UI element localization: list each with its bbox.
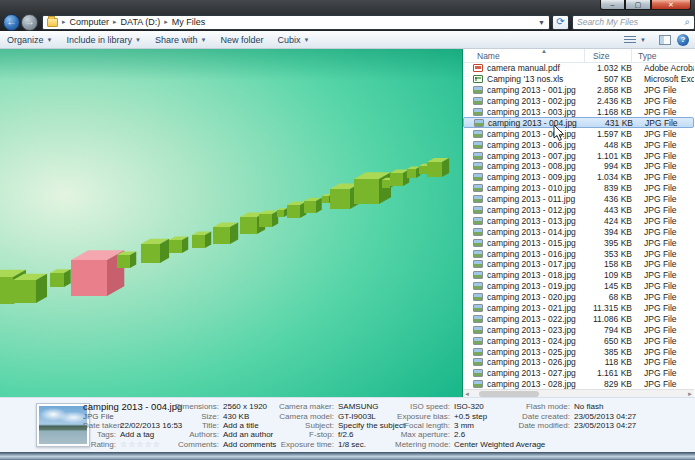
jpg-file-icon <box>473 239 483 247</box>
file-cube[interactable] <box>390 169 409 186</box>
jpg-file-icon <box>473 369 483 377</box>
table-row[interactable]: camping 2013 - 011.jpg436 KBJPG File <box>463 194 694 205</box>
table-row[interactable]: camping 2013 - 020.jpg68 KBJPG File <box>463 292 694 303</box>
content-area: NameSizeType▲ camera manual.pdf1.032 KBA… <box>0 49 695 397</box>
file-rows: camera manual.pdf1.032 KBAdobe Acrobat D… <box>463 63 694 389</box>
table-row[interactable]: camping 2013 - 012.jpg443 KBJPG File <box>463 205 694 216</box>
help-button[interactable]: ? <box>677 34 689 46</box>
breadcrumb-item[interactable]: DATA (D:) <box>118 17 164 27</box>
file-name: camping 2013 - 010.jpg <box>487 183 591 193</box>
table-row[interactable]: camping 2013 - 010.jpg839 KBJPG File <box>463 183 694 194</box>
scrollbar-track[interactable] <box>471 390 686 398</box>
file-cube[interactable] <box>427 158 449 177</box>
file-cube[interactable] <box>277 208 287 217</box>
table-row[interactable]: camping 2013 - 017.jpg158 KBJPG File <box>463 259 694 270</box>
table-row[interactable]: camping 2013 - 027.jpg1.161 KBJPG File <box>463 368 694 379</box>
table-row[interactable]: camping 2013 - 014.jpg394 KBJPG File <box>463 226 694 237</box>
file-cube[interactable] <box>141 239 169 263</box>
xls-file-icon <box>473 75 483 83</box>
toolbar-item-cubix[interactable]: Cubix▼ <box>270 31 316 48</box>
toolbar-item-organize[interactable]: Organize▼ <box>0 31 59 48</box>
toolbar-item-share-with[interactable]: Share with▼ <box>148 31 213 48</box>
change-view-button[interactable]: ▼ <box>616 34 653 45</box>
selected-file-cube[interactable] <box>71 250 124 296</box>
column-header-name[interactable]: Name <box>463 49 585 62</box>
jpg-file-icon <box>473 228 483 236</box>
scroll-left-icon[interactable]: ◄ <box>463 390 471 398</box>
file-cube[interactable] <box>213 222 238 244</box>
toolbar-item-new-folder[interactable]: New folder <box>213 31 270 48</box>
file-cube[interactable] <box>287 201 306 218</box>
file-cube[interactable] <box>407 167 420 178</box>
column-header-type[interactable]: Type <box>632 49 694 62</box>
horizontal-scrollbar[interactable]: ◄ ► <box>463 389 694 397</box>
breadcrumb-item[interactable]: My Files <box>169 17 209 27</box>
file-cube[interactable] <box>169 236 188 253</box>
file-cube[interactable] <box>259 210 278 227</box>
file-cube[interactable] <box>354 172 391 204</box>
detail-value: 23/05/2013 04:27 <box>574 412 636 421</box>
file-name: camping 2013 - 009.jpg <box>487 172 591 182</box>
table-row[interactable]: camping 2013 - 008.jpg994 KBJPG File <box>463 161 694 172</box>
table-row[interactable]: camping 2013 - 022.jpg11.086 KBJPG File <box>463 313 694 324</box>
breadcrumb-item[interactable]: Computer <box>67 17 113 27</box>
table-row[interactable]: camping 2013 - 016.jpg353 KBJPG File <box>463 248 694 259</box>
minimize-button[interactable]: – <box>600 0 625 10</box>
table-row[interactable]: camping 2013 - 013.jpg424 KBJPG File <box>463 215 694 226</box>
file-type: JPG File <box>638 140 694 150</box>
table-row[interactable]: camping 2013 - 007.jpg1.101 KBJPG File <box>463 150 694 161</box>
forward-button[interactable]: → <box>21 14 38 31</box>
table-row[interactable]: camping 2013 - 015.jpg395 KBJPG File <box>463 237 694 248</box>
table-row[interactable]: camping 2013 - 019.jpg145 KBJPG File <box>463 281 694 292</box>
table-row[interactable]: camping 2013 - 021.jpg11.315 KBJPG File <box>463 303 694 314</box>
jpg-file-icon <box>473 86 483 94</box>
file-name: camping 2013 - 022.jpg <box>487 314 591 324</box>
file-cube[interactable] <box>50 269 71 287</box>
table-row[interactable]: camping 2013 - 024.jpg650 KBJPG File <box>463 335 694 346</box>
file-cube[interactable] <box>117 251 136 268</box>
file-cube[interactable] <box>304 198 322 213</box>
table-row[interactable]: camping 2013 - 004.jpg431 KBJPG File <box>463 117 694 128</box>
address-bar[interactable]: ▸Computer▸DATA (D:)▸My Files ▼ <box>42 15 550 30</box>
file-type: JPG File <box>638 379 694 389</box>
file-type: JPG File <box>638 129 694 139</box>
toolbar-item-include-in-library[interactable]: Include in library▼ <box>59 31 147 48</box>
scroll-right-icon[interactable]: ► <box>686 390 694 398</box>
table-row[interactable]: camping 2013 - 003.jpg1.168 KBJPG File <box>463 107 694 118</box>
preview-pane-button[interactable] <box>659 35 671 45</box>
table-row[interactable]: camping 2013 - 023.jpg794 KBJPG File <box>463 324 694 335</box>
table-row[interactable]: camping 2013 - 028.jpg829 KBJPG File <box>463 379 694 389</box>
close-button[interactable]: ✕ <box>651 0 691 10</box>
file-size: 11.315 KB <box>591 303 638 313</box>
column-header-size[interactable]: Size <box>585 49 632 62</box>
detail-label: Max aperture: <box>395 430 454 439</box>
cubix-3d-view[interactable] <box>0 49 463 397</box>
file-cube[interactable] <box>192 231 211 248</box>
table-row[interactable]: camping 2013 - 009.jpg1.034 KBJPG File <box>463 172 694 183</box>
file-size: 2.436 KB <box>591 96 638 106</box>
file-size: 424 KB <box>591 216 638 226</box>
table-row[interactable]: camping 2013 - 025.jpg385 KBJPG File <box>463 346 694 357</box>
table-row[interactable]: camping 2013 - 005.jpg1.597 KBJPG File <box>463 128 694 139</box>
detail-value: No flash <box>574 402 636 411</box>
detail-value: 2.6 <box>454 430 545 439</box>
file-size: 353 KB <box>591 249 638 259</box>
search-input[interactable]: Search My Files ⌕ <box>572 15 695 30</box>
refresh-button[interactable]: ⟳ <box>552 15 569 30</box>
address-dropdown-icon[interactable]: ▼ <box>534 19 549 26</box>
file-cube[interactable] <box>13 274 47 303</box>
file-size: 109 KB <box>591 270 638 280</box>
file-name: camping 2013 - 014.jpg <box>487 227 591 237</box>
file-type: JPG File <box>638 249 694 259</box>
table-row[interactable]: camping 2013 - 001.jpg2.858 KBJPG File <box>463 85 694 96</box>
table-row[interactable]: Camping '13 nos.xls507 KBMicrosoft Excel… <box>463 74 694 85</box>
scrollbar-thumb[interactable] <box>479 391 539 397</box>
table-row[interactable]: camping 2013 - 002.jpg2.436 KBJPG File <box>463 96 694 107</box>
table-row[interactable]: camping 2013 - 006.jpg448 KBJPG File <box>463 139 694 150</box>
back-button[interactable]: ← <box>3 14 20 31</box>
table-row[interactable]: camping 2013 - 018.jpg109 KBJPG File <box>463 270 694 281</box>
table-row[interactable]: camera manual.pdf1.032 KBAdobe Acrobat D… <box>463 63 694 74</box>
detail-label: Exposure bias: <box>395 412 454 421</box>
maximize-button[interactable]: ▢ <box>625 0 651 10</box>
table-row[interactable]: camping 2013 - 026.jpg118 KBJPG File <box>463 357 694 368</box>
